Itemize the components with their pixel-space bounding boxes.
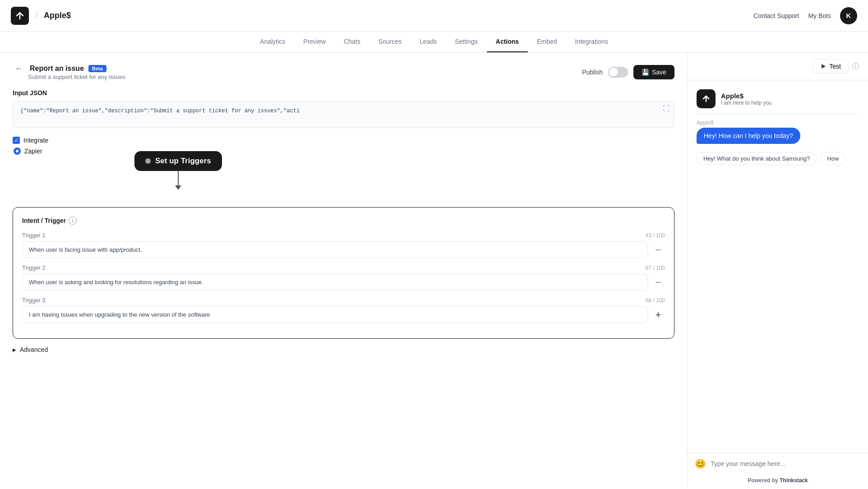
json-textarea[interactable]: {"name":"Report an issue","description":…: [13, 101, 674, 128]
nav-integrations[interactable]: Integrations: [566, 32, 617, 52]
trigger1-delete-button[interactable]: [651, 243, 665, 257]
tooltip-line: [178, 171, 179, 185]
bot-name: Apple$: [721, 92, 772, 100]
tooltip-dot: [145, 158, 151, 164]
trigger3-add-button[interactable]: +: [651, 308, 665, 322]
save-icon: 💾: [642, 69, 649, 76]
integrate-checkbox[interactable]: ✓: [13, 137, 20, 144]
advanced-row[interactable]: ▶ Advanced: [13, 346, 674, 353]
left-panel: ← Report an issue Beta Submit a support …: [0, 53, 688, 488]
test-button[interactable]: Test: [813, 59, 849, 74]
zapier-radio[interactable]: [14, 148, 21, 155]
emoji-icon[interactable]: 😊: [695, 458, 706, 469]
trigger-info-icon[interactable]: i: [69, 217, 77, 225]
suggestion-1[interactable]: Hey! What do you think about Samsung?: [697, 152, 817, 165]
nav-settings[interactable]: Settings: [446, 32, 487, 52]
publish-label: Publish: [582, 69, 603, 76]
header-slash: /: [35, 11, 37, 20]
chat-info-icon[interactable]: ⓘ: [852, 62, 859, 71]
back-button[interactable]: ←: [13, 64, 25, 74]
publish-toggle[interactable]: [608, 67, 628, 78]
trigger-row-1: Trigger 1 43 / 100: [22, 232, 665, 258]
chat-header: Test ⓘ: [688, 53, 868, 80]
trigger3-count: 68 / 100: [646, 297, 665, 304]
save-label: Save: [652, 69, 666, 76]
nav-sources[interactable]: Sources: [369, 32, 411, 52]
trigger-box: Intent / Trigger i Trigger 1 43 / 100: [13, 207, 674, 339]
nav-actions[interactable]: Actions: [487, 32, 528, 52]
nav-embed[interactable]: Embed: [528, 32, 566, 52]
bot-intro: Apple$ I am here to help you: [697, 89, 859, 114]
powered-by-prefix: Powered by: [748, 477, 780, 484]
main-nav: Analytics Preview Chats Sources Leads Se…: [0, 32, 868, 53]
app-logo[interactable]: [11, 7, 29, 25]
toggle-knob: [609, 68, 618, 77]
publish-row: Publish 💾 Save: [582, 65, 674, 79]
powered-by-brand: Thinkstack: [780, 477, 808, 484]
powered-by: Powered by Thinkstack: [688, 475, 868, 488]
expand-icon[interactable]: ⛶: [663, 105, 670, 113]
svg-marker-2: [822, 64, 826, 69]
nav-leads[interactable]: Leads: [411, 32, 446, 52]
app-name: Apple$: [44, 11, 71, 20]
input-json-label: Input JSON: [13, 89, 674, 97]
nav-analytics[interactable]: Analytics: [251, 32, 294, 52]
bot-logo: [697, 89, 716, 108]
trigger2-delete-button[interactable]: [651, 276, 665, 289]
save-button[interactable]: 💾 Save: [633, 65, 674, 79]
tooltip-section: Set up Triggers Intent / Trigger i Trigg…: [13, 159, 674, 339]
action-subtitle: Submit a support ticket for any issues: [28, 74, 125, 80]
bot-message-bubble: Hey! How can I help you today?: [697, 128, 800, 144]
beta-badge: Beta: [88, 65, 106, 72]
user-avatar[interactable]: K: [840, 7, 857, 24]
integrate-row: ✓ Integrate: [13, 137, 674, 144]
nav-chats[interactable]: Chats: [335, 32, 369, 52]
nav-preview[interactable]: Preview: [294, 32, 335, 52]
trigger-row-2: Trigger 2 67 / 100: [22, 264, 665, 291]
zapier-label: Zapier: [24, 148, 42, 155]
chat-suggestions: Hey! What do you think about Samsung? Ho…: [697, 152, 859, 165]
integrate-label: Integrate: [23, 137, 48, 144]
advanced-label: Advanced: [20, 346, 48, 353]
tooltip-bubble: Set up Triggers: [134, 151, 222, 171]
chat-input[interactable]: [711, 460, 861, 467]
header-right: Contact Support My Bots K: [753, 7, 857, 24]
action-name: Report an issue: [30, 65, 84, 73]
trigger3-input[interactable]: [22, 306, 648, 323]
trigger1-input[interactable]: [22, 241, 648, 258]
chevron-right-icon: ▶: [13, 347, 16, 352]
main-layout: ← Report an issue Beta Submit a support …: [0, 53, 868, 488]
action-title-row: ← Report an issue Beta: [13, 64, 125, 74]
header-left: / Apple$: [11, 7, 71, 25]
tooltip-area: Set up Triggers: [13, 159, 674, 200]
trigger-row-3: Trigger 3 68 / 100 +: [22, 297, 665, 323]
tooltip-popup: Set up Triggers: [134, 151, 222, 190]
trigger1-count: 43 / 100: [646, 232, 665, 239]
trigger-box-title: Intent / Trigger i: [22, 217, 665, 225]
chat-area: Apple$ I am here to help you Apple$ Hey!…: [688, 80, 868, 452]
suggestion-2[interactable]: How: [820, 152, 845, 165]
trigger3-label-row: Trigger 3 68 / 100: [22, 297, 665, 304]
chat-panel: Test ⓘ Apple$ I am here to help you Appl…: [688, 53, 868, 488]
trigger2-count: 67 / 100: [646, 265, 665, 271]
trigger3-label: Trigger 3: [22, 297, 46, 304]
tooltip-arrowhead: [175, 185, 181, 190]
svg-rect-1: [656, 282, 661, 283]
my-bots-link[interactable]: My Bots: [808, 12, 831, 19]
contact-support-link[interactable]: Contact Support: [753, 12, 799, 19]
chat-input-row: 😊: [688, 452, 868, 475]
bot-message-label: Apple$: [697, 120, 713, 126]
trigger2-input[interactable]: [22, 274, 648, 291]
trigger3-input-row: +: [22, 306, 665, 323]
zapier-row: Zapier: [14, 148, 674, 155]
trigger2-label-row: Trigger 2 67 / 100: [22, 264, 665, 271]
svg-rect-0: [656, 249, 661, 250]
action-header: ← Report an issue Beta Submit a support …: [13, 64, 674, 80]
trigger1-label: Trigger 1: [22, 232, 46, 239]
trigger1-label-row: Trigger 1 43 / 100: [22, 232, 665, 239]
action-title-section: ← Report an issue Beta Submit a support …: [13, 64, 125, 80]
trigger-box-label: Intent / Trigger: [22, 217, 66, 224]
test-label: Test: [829, 63, 841, 70]
trigger1-input-row: [22, 241, 665, 258]
tooltip-text: Set up Triggers: [155, 157, 211, 166]
